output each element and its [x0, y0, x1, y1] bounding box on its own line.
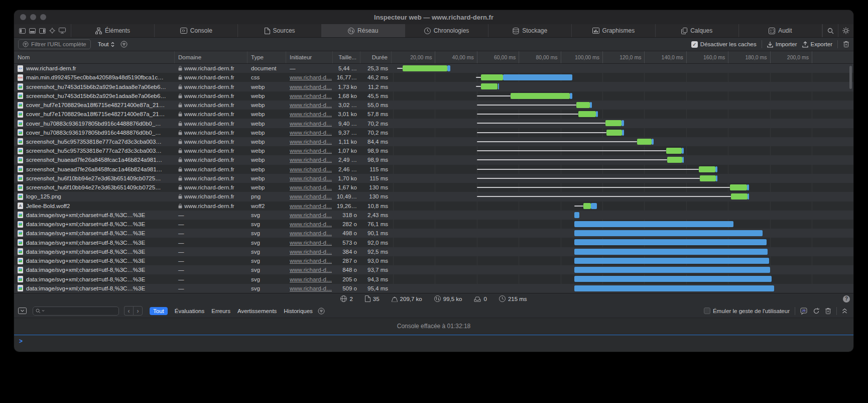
element-picker-icon[interactable]	[49, 28, 55, 34]
tab-network[interactable]: Réseau	[322, 24, 405, 37]
tab-storage[interactable]: Stockage	[488, 24, 572, 37]
dock-left-icon[interactable]	[19, 28, 26, 34]
console-scope-historiques[interactable]: Historiques	[284, 308, 313, 314]
export-button[interactable]: Exporter	[802, 41, 832, 48]
initiator-link[interactable]: www.richard-d…	[290, 111, 332, 117]
dock-bottom-icon[interactable]	[29, 28, 36, 34]
initiator-link[interactable]: www.richard-d…	[290, 102, 332, 108]
tab-layers[interactable]: Calques	[656, 24, 739, 37]
network-request-row[interactable]: data:image/svg+xml;charset=utf-8,%3C…%3E…	[14, 211, 853, 220]
vertical-scrollbar[interactable]	[849, 66, 852, 89]
network-request-row[interactable]: data:image/svg+xml;charset=utf-8,%3C…%3E…	[14, 284, 853, 293]
initiator-link[interactable]: www.richard-d…	[290, 148, 332, 154]
timeline-header: 20,00 ms40,00 ms60,00 ms80,00 ms100,00 m…	[392, 51, 853, 63]
tab-console[interactable]: Console	[155, 24, 238, 37]
initiator-link[interactable]: www.richard-d…	[290, 276, 332, 282]
disable-caches-checkbox[interactable]: ✓ Désactiver les caches	[691, 41, 757, 48]
javascript-context-icon[interactable]: JS	[800, 308, 808, 315]
network-request-row[interactable]: <>www.richard-dern.frwww.richard-dern.fr…	[14, 64, 853, 73]
initiator-link[interactable]: www.richard-d…	[290, 221, 332, 227]
initiator-link[interactable]: www.richard-d…	[290, 203, 332, 209]
console-filter-icon[interactable]	[318, 308, 325, 315]
network-request-row[interactable]: screenshot_huaead7fe26a8458fcac1a46b824a…	[14, 165, 853, 174]
search-icon[interactable]	[822, 24, 838, 37]
initiator-link[interactable]: www.richard-d…	[290, 166, 332, 172]
network-request-row[interactable]: data:image/svg+xml;charset=utf-8,%3C…%3E…	[14, 256, 853, 265]
column-header-size[interactable]: Taille...	[333, 51, 360, 63]
initiator-link[interactable]: www.richard-d…	[290, 285, 332, 291]
network-request-row[interactable]: screenshot_hu7453d15b6b2a929e1adaa8e7a06…	[14, 91, 853, 100]
tab-audit[interactable]: Audit	[739, 24, 822, 37]
refresh-icon[interactable]	[813, 308, 820, 315]
filter-options-icon[interactable]	[120, 41, 128, 48]
initiator-link[interactable]: www.richard-d…	[290, 84, 332, 90]
tab-timelines[interactable]: Chronologies	[405, 24, 488, 37]
settings-gear-icon[interactable]	[838, 24, 853, 37]
import-button[interactable]: Importer	[767, 41, 797, 48]
initiator-link[interactable]: www.richard-d…	[290, 240, 332, 246]
device-settings-icon[interactable]	[59, 28, 66, 34]
image-file-icon	[18, 157, 23, 163]
initiator-link[interactable]: www.richard-d…	[290, 249, 332, 255]
initiator-link[interactable]: www.richard-d…	[290, 121, 332, 127]
console-scope-evaluations[interactable]: Évaluations	[175, 308, 204, 314]
network-request-row[interactable]: cover_huf7e1708829ea18f6715e48271400e87a…	[14, 100, 853, 110]
initiator-link[interactable]: www.richard-d…	[290, 175, 332, 181]
waterfall-cell	[392, 73, 853, 82]
initiator-link[interactable]: www.richard-d…	[290, 130, 332, 136]
network-request-row[interactable]: screenshot_hu7453d15b6b2a929e1adaa8e7a06…	[14, 82, 853, 91]
network-request-row[interactable]: cover_huf7e1708829ea18f6715e48271400e87a…	[14, 110, 853, 119]
expand-console-icon[interactable]	[842, 308, 847, 314]
network-request-row[interactable]: data:image/svg+xml;charset=utf-8,%3C…%3E…	[14, 220, 853, 229]
console-scope-tout[interactable]: Tout	[150, 307, 168, 315]
clear-network-items-icon[interactable]	[843, 41, 849, 48]
network-request-row[interactable]: data:image/svg+xml;charset=utf-8,%3C…%3E…	[14, 274, 853, 283]
column-header-name[interactable]: Nom	[14, 51, 175, 63]
network-request-row[interactable]: AJellee-Bold.woff2www.richard-dern.frwof…	[14, 201, 853, 211]
network-request-row[interactable]: screenshot_hu5c957353818e777ca27d3c3cba0…	[14, 137, 853, 146]
network-request-row[interactable]: cover_hu70883c936197805bd916c4488876d0b0…	[14, 119, 853, 128]
help-button[interactable]: ?	[843, 295, 850, 303]
network-request-row[interactable]: data:image/svg+xml;charset=utf-8,%3C…%3E…	[14, 247, 853, 256]
network-request-row[interactable]: screenshot_hu6f10bb94e27e3d63b651409cb07…	[14, 174, 853, 183]
console-scope-avertissements[interactable]: Avertissements	[237, 308, 277, 314]
initiator-link[interactable]: www.richard-d…	[290, 184, 332, 190]
console-scope-erreurs[interactable]: Erreurs	[211, 308, 230, 314]
previous-result-button[interactable]: ‹	[124, 306, 133, 316]
tab-elements[interactable]: Éléments	[71, 24, 155, 37]
network-request-row[interactable]: screenshot_hu6f10bb94e27e3d63b651409cb07…	[14, 183, 853, 192]
clear-console-icon[interactable]	[825, 308, 831, 315]
initiator-link[interactable]: www.richard-d…	[290, 93, 332, 99]
next-result-button[interactable]: ›	[133, 306, 143, 316]
network-request-row[interactable]: screenshot_hu5c957353818e777ca27d3c3cba0…	[14, 146, 853, 155]
network-request-row[interactable]: cover_hu70883c936197805bd916c4488876d0b0…	[14, 128, 853, 137]
waterfall-download-bar	[503, 74, 572, 80]
url-filter-input[interactable]: Filtrer l'URL complète	[18, 39, 91, 49]
initiator-link[interactable]: www.richard-d…	[290, 212, 332, 218]
tab-sources[interactable]: Sources	[238, 24, 321, 37]
initiator-link[interactable]: www.richard-d…	[290, 193, 332, 199]
network-request-row[interactable]: data:image/svg+xml;charset=utf-8,%3C…%3E…	[14, 238, 853, 247]
network-request-row[interactable]: data:image/svg+xml;charset=utf-8,%3C…%3E…	[14, 265, 853, 274]
column-header-type[interactable]: Type	[247, 51, 286, 63]
console-search-input[interactable]	[33, 307, 119, 316]
column-header-duration[interactable]: Durée	[360, 51, 392, 63]
network-request-row[interactable]: cssmain.min.d9924575ec0bba420589a48d5190…	[14, 73, 853, 82]
initiator-link[interactable]: www.richard-d…	[290, 258, 332, 264]
initiator-link[interactable]: www.richard-d…	[290, 74, 332, 80]
column-header-initiator[interactable]: Initiateur	[286, 51, 333, 63]
collapse-console-icon[interactable]	[18, 308, 27, 314]
console-prompt[interactable]: >	[14, 335, 853, 347]
column-header-domain[interactable]: Domaine	[175, 51, 247, 63]
network-request-row[interactable]: data:image/svg+xml;charset=utf-8,%3C…%3E…	[14, 229, 853, 238]
initiator-link[interactable]: www.richard-d…	[290, 267, 332, 273]
initiator-link[interactable]: www.richard-d…	[290, 230, 332, 236]
tab-graphics[interactable]: Graphismes	[572, 24, 655, 37]
dock-right-icon[interactable]	[39, 28, 46, 34]
initiator-link[interactable]: www.richard-d…	[290, 157, 332, 163]
resource-type-dropdown[interactable]: Tout	[98, 41, 114, 47]
initiator-link[interactable]: www.richard-d…	[290, 139, 332, 145]
emulate-user-gesture-checkbox[interactable]: Émuler le geste de l'utilisateur	[704, 308, 790, 314]
network-request-row[interactable]: screenshot_huaead7fe26a8458fcac1a46b824a…	[14, 155, 853, 164]
network-request-row[interactable]: logo_125.pngwww.richard-dern.frpngwww.ri…	[14, 192, 853, 201]
